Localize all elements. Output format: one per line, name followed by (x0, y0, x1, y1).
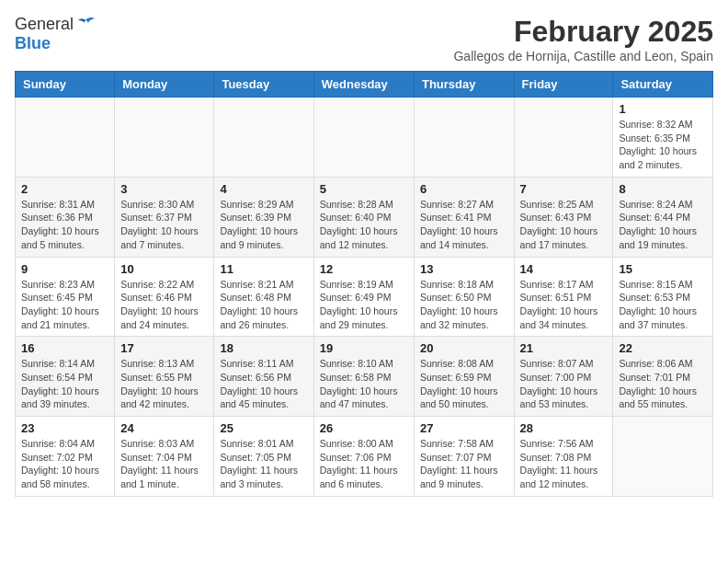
day-info: Sunrise: 8:18 AM Sunset: 6:50 PM Dayligh… (420, 278, 508, 332)
day-info: Sunrise: 8:28 AM Sunset: 6:40 PM Dayligh… (320, 198, 408, 252)
calendar-cell: 11Sunrise: 8:21 AM Sunset: 6:48 PM Dayli… (214, 257, 313, 337)
logo-bird-icon (75, 17, 96, 33)
weekday-header-monday: Monday (115, 72, 214, 98)
day-info: Sunrise: 8:14 AM Sunset: 6:54 PM Dayligh… (21, 357, 108, 411)
day-number: 21 (520, 341, 608, 355)
day-info: Sunrise: 8:01 AM Sunset: 7:05 PM Dayligh… (220, 437, 307, 491)
calendar-cell: 6Sunrise: 8:27 AM Sunset: 6:41 PM Daylig… (414, 177, 514, 257)
calendar-cell: 7Sunrise: 8:25 AM Sunset: 6:43 PM Daylig… (514, 177, 613, 257)
day-number: 26 (320, 421, 408, 435)
day-info: Sunrise: 8:10 AM Sunset: 6:58 PM Dayligh… (320, 357, 408, 411)
day-number: 11 (220, 262, 307, 276)
day-info: Sunrise: 8:06 AM Sunset: 7:01 PM Dayligh… (619, 357, 707, 411)
day-info: Sunrise: 7:58 AM Sunset: 7:07 PM Dayligh… (420, 437, 508, 491)
day-info: Sunrise: 8:31 AM Sunset: 6:36 PM Dayligh… (21, 198, 108, 252)
calendar-cell: 14Sunrise: 8:17 AM Sunset: 6:51 PM Dayli… (514, 257, 613, 337)
calendar-cell (313, 98, 414, 178)
weekday-header-thursday: Thursday (414, 72, 514, 98)
calendar-cell: 1Sunrise: 8:32 AM Sunset: 6:35 PM Daylig… (613, 98, 713, 178)
calendar-cell: 8Sunrise: 8:24 AM Sunset: 6:44 PM Daylig… (613, 177, 713, 257)
calendar-cell: 10Sunrise: 8:22 AM Sunset: 6:46 PM Dayli… (115, 257, 214, 337)
day-info: Sunrise: 8:07 AM Sunset: 7:00 PM Dayligh… (520, 357, 608, 411)
calendar-cell: 16Sunrise: 8:14 AM Sunset: 6:54 PM Dayli… (16, 337, 115, 417)
location-subtitle: Gallegos de Hornija, Castille and Leon, … (453, 49, 713, 63)
logo: General Blue (15, 15, 96, 53)
day-number: 14 (520, 262, 608, 276)
calendar-cell: 25Sunrise: 8:01 AM Sunset: 7:05 PM Dayli… (214, 417, 313, 497)
logo-blue-text: Blue (15, 34, 51, 52)
calendar-cell: 5Sunrise: 8:28 AM Sunset: 6:40 PM Daylig… (313, 177, 414, 257)
calendar-cell: 21Sunrise: 8:07 AM Sunset: 7:00 PM Dayli… (514, 337, 613, 417)
day-info: Sunrise: 8:23 AM Sunset: 6:45 PM Dayligh… (21, 278, 108, 332)
calendar-cell: 2Sunrise: 8:31 AM Sunset: 6:36 PM Daylig… (16, 177, 115, 257)
calendar-week-row: 9Sunrise: 8:23 AM Sunset: 6:45 PM Daylig… (16, 257, 713, 337)
day-info: Sunrise: 8:25 AM Sunset: 6:43 PM Dayligh… (520, 198, 608, 252)
calendar-cell: 24Sunrise: 8:03 AM Sunset: 7:04 PM Dayli… (115, 417, 214, 497)
day-number: 20 (420, 341, 508, 355)
calendar-cell: 22Sunrise: 8:06 AM Sunset: 7:01 PM Dayli… (613, 337, 713, 417)
day-number: 13 (420, 262, 508, 276)
day-number: 28 (520, 421, 608, 435)
page-header: General Blue February 2025 Gallegos de H… (15, 15, 713, 63)
day-number: 12 (320, 262, 408, 276)
day-info: Sunrise: 8:03 AM Sunset: 7:04 PM Dayligh… (120, 437, 208, 491)
day-number: 25 (220, 421, 307, 435)
calendar-week-row: 2Sunrise: 8:31 AM Sunset: 6:36 PM Daylig… (16, 177, 713, 257)
calendar-cell (214, 98, 313, 178)
calendar-cell: 3Sunrise: 8:30 AM Sunset: 6:37 PM Daylig… (115, 177, 214, 257)
calendar-cell: 4Sunrise: 8:29 AM Sunset: 6:39 PM Daylig… (214, 177, 313, 257)
day-number: 3 (120, 182, 208, 196)
day-info: Sunrise: 8:32 AM Sunset: 6:35 PM Dayligh… (619, 118, 707, 172)
day-number: 6 (420, 182, 508, 196)
title-section: February 2025 Gallegos de Hornija, Casti… (453, 15, 713, 63)
day-info: Sunrise: 8:24 AM Sunset: 6:44 PM Dayligh… (619, 198, 707, 252)
day-number: 23 (21, 421, 108, 435)
day-info: Sunrise: 8:21 AM Sunset: 6:48 PM Dayligh… (220, 278, 307, 332)
calendar-week-row: 23Sunrise: 8:04 AM Sunset: 7:02 PM Dayli… (16, 417, 713, 497)
calendar-cell: 12Sunrise: 8:19 AM Sunset: 6:49 PM Dayli… (313, 257, 414, 337)
day-number: 22 (619, 341, 707, 355)
day-info: Sunrise: 8:04 AM Sunset: 7:02 PM Dayligh… (21, 437, 108, 491)
weekday-header-wednesday: Wednesday (313, 72, 414, 98)
day-number: 5 (320, 182, 408, 196)
day-info: Sunrise: 8:29 AM Sunset: 6:39 PM Dayligh… (220, 198, 307, 252)
logo-general-text: General (15, 15, 74, 34)
calendar-cell: 23Sunrise: 8:04 AM Sunset: 7:02 PM Dayli… (16, 417, 115, 497)
day-info: Sunrise: 8:11 AM Sunset: 6:56 PM Dayligh… (220, 357, 307, 411)
day-number: 10 (120, 262, 208, 276)
calendar-cell (16, 98, 115, 178)
day-number: 18 (220, 341, 307, 355)
day-number: 19 (320, 341, 408, 355)
calendar-cell: 26Sunrise: 8:00 AM Sunset: 7:06 PM Dayli… (313, 417, 414, 497)
day-info: Sunrise: 8:17 AM Sunset: 6:51 PM Dayligh… (520, 278, 608, 332)
weekday-header-tuesday: Tuesday (214, 72, 313, 98)
day-number: 1 (619, 102, 707, 116)
day-number: 17 (120, 341, 208, 355)
calendar-week-row: 16Sunrise: 8:14 AM Sunset: 6:54 PM Dayli… (16, 337, 713, 417)
day-number: 16 (21, 341, 108, 355)
day-number: 27 (420, 421, 508, 435)
calendar-week-row: 1Sunrise: 8:32 AM Sunset: 6:35 PM Daylig… (16, 98, 713, 178)
day-info: Sunrise: 8:08 AM Sunset: 6:59 PM Dayligh… (420, 357, 508, 411)
calendar-cell (613, 417, 713, 497)
day-info: Sunrise: 8:13 AM Sunset: 6:55 PM Dayligh… (120, 357, 208, 411)
weekday-header-sunday: Sunday (16, 72, 115, 98)
calendar-cell: 19Sunrise: 8:10 AM Sunset: 6:58 PM Dayli… (313, 337, 414, 417)
calendar-cell (514, 98, 613, 178)
calendar-cell (115, 98, 214, 178)
day-number: 9 (21, 262, 108, 276)
day-info: Sunrise: 8:19 AM Sunset: 6:49 PM Dayligh… (320, 278, 408, 332)
weekday-header-saturday: Saturday (613, 72, 713, 98)
calendar-cell (414, 98, 514, 178)
calendar-cell: 17Sunrise: 8:13 AM Sunset: 6:55 PM Dayli… (115, 337, 214, 417)
day-number: 4 (220, 182, 307, 196)
calendar-cell: 18Sunrise: 8:11 AM Sunset: 6:56 PM Dayli… (214, 337, 313, 417)
day-number: 15 (619, 262, 707, 276)
calendar-cell: 28Sunrise: 7:56 AM Sunset: 7:08 PM Dayli… (514, 417, 613, 497)
day-number: 24 (120, 421, 208, 435)
calendar-table: SundayMondayTuesdayWednesdayThursdayFrid… (15, 71, 713, 497)
calendar-header-row: SundayMondayTuesdayWednesdayThursdayFrid… (16, 72, 713, 98)
day-info: Sunrise: 8:30 AM Sunset: 6:37 PM Dayligh… (120, 198, 208, 252)
day-number: 8 (619, 182, 707, 196)
day-number: 7 (520, 182, 608, 196)
